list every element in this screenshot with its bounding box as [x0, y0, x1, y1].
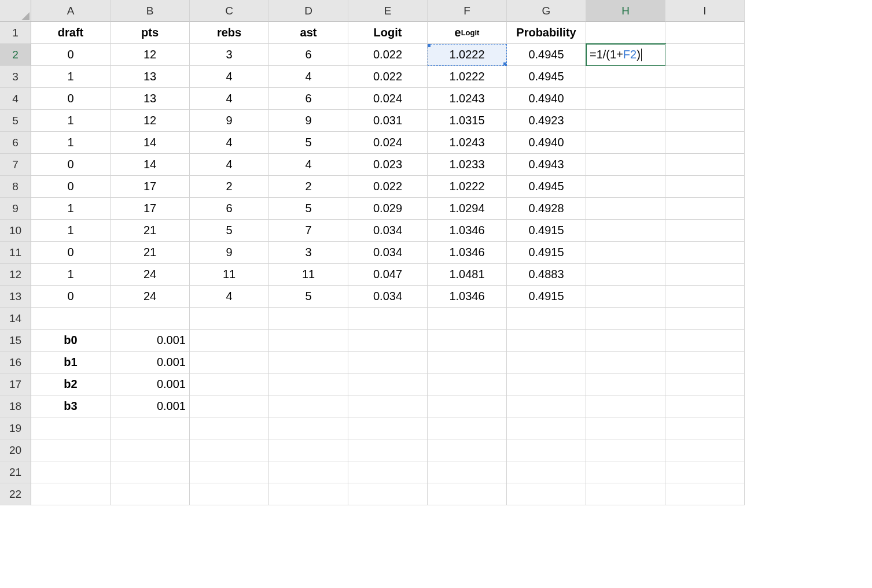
cell-F17[interactable] — [428, 373, 507, 395]
cell-I6[interactable] — [665, 132, 745, 154]
cell-H12[interactable] — [586, 264, 665, 286]
cell-F13[interactable]: 1.0346 — [428, 286, 507, 308]
cell-D12[interactable]: 11 — [269, 264, 348, 286]
cell-I15[interactable] — [665, 330, 745, 352]
cell-D14[interactable] — [269, 308, 348, 330]
cell-B21[interactable] — [111, 461, 190, 483]
cell-I8[interactable] — [665, 176, 745, 198]
cell-I16[interactable] — [665, 352, 745, 373]
cell-D10[interactable]: 7 — [269, 220, 348, 242]
cell-G5[interactable]: 0.4923 — [507, 110, 586, 132]
cell-B2[interactable]: 12 — [111, 44, 190, 66]
cell-I9[interactable] — [665, 198, 745, 220]
cell-D21[interactable] — [269, 461, 348, 483]
cell-A14[interactable] — [31, 308, 111, 330]
cell-I2[interactable] — [665, 44, 745, 66]
cell-E2[interactable]: 0.022 — [348, 44, 428, 66]
cell-B17[interactable]: 0.001 — [111, 373, 190, 395]
cell-H16[interactable] — [586, 352, 665, 373]
cell-A18[interactable]: b3 — [31, 395, 111, 417]
cell-H22[interactable] — [586, 483, 665, 505]
cell-G9[interactable]: 0.4928 — [507, 198, 586, 220]
cell-D9[interactable]: 5 — [269, 198, 348, 220]
cell-E7[interactable]: 0.023 — [348, 154, 428, 176]
col-header-B[interactable]: B — [111, 0, 190, 22]
cell-A6[interactable]: 1 — [31, 132, 111, 154]
cell-B7[interactable]: 14 — [111, 154, 190, 176]
cell-D18[interactable] — [269, 395, 348, 417]
cell-F11[interactable]: 1.0346 — [428, 242, 507, 264]
cell-H8[interactable] — [586, 176, 665, 198]
cell-A8[interactable]: 0 — [31, 176, 111, 198]
cell-I18[interactable] — [665, 395, 745, 417]
cell-E10[interactable]: 0.034 — [348, 220, 428, 242]
cell-D6[interactable]: 5 — [269, 132, 348, 154]
cell-G7[interactable]: 0.4943 — [507, 154, 586, 176]
cell-E11[interactable]: 0.034 — [348, 242, 428, 264]
cell-F12[interactable]: 1.0481 — [428, 264, 507, 286]
select-all-corner[interactable] — [0, 0, 31, 22]
cell-A16[interactable]: b1 — [31, 352, 111, 373]
cell-I17[interactable] — [665, 373, 745, 395]
cell-C19[interactable] — [190, 417, 269, 439]
cell-G22[interactable] — [507, 483, 586, 505]
cell-C7[interactable]: 4 — [190, 154, 269, 176]
cell-D16[interactable] — [269, 352, 348, 373]
cell-B8[interactable]: 17 — [111, 176, 190, 198]
col-header-D[interactable]: D — [269, 0, 348, 22]
cell-G12[interactable]: 0.4883 — [507, 264, 586, 286]
spreadsheet-grid[interactable]: ABCDEFGHI1draftptsrebsastLogiteLogitProb… — [0, 0, 872, 505]
cell-D2[interactable]: 6 — [269, 44, 348, 66]
cell-A11[interactable]: 0 — [31, 242, 111, 264]
cell-E19[interactable] — [348, 417, 428, 439]
cell-C18[interactable] — [190, 395, 269, 417]
cell-B11[interactable]: 21 — [111, 242, 190, 264]
cell-H14[interactable] — [586, 308, 665, 330]
cell-G6[interactable]: 0.4940 — [507, 132, 586, 154]
cell-G19[interactable] — [507, 417, 586, 439]
cell-F4[interactable]: 1.0243 — [428, 88, 507, 110]
cell-D17[interactable] — [269, 373, 348, 395]
row-header-16[interactable]: 16 — [0, 352, 31, 373]
cell-C3[interactable]: 4 — [190, 66, 269, 88]
cell-B12[interactable]: 24 — [111, 264, 190, 286]
row-header-17[interactable]: 17 — [0, 373, 31, 395]
row-header-8[interactable]: 8 — [0, 176, 31, 198]
cell-D8[interactable]: 2 — [269, 176, 348, 198]
row-header-4[interactable]: 4 — [0, 88, 31, 110]
cell-A21[interactable] — [31, 461, 111, 483]
cell-C21[interactable] — [190, 461, 269, 483]
cell-A19[interactable] — [31, 417, 111, 439]
cell-I19[interactable] — [665, 417, 745, 439]
cell-C2[interactable]: 3 — [190, 44, 269, 66]
cell-C20[interactable] — [190, 439, 269, 461]
cell-B19[interactable] — [111, 417, 190, 439]
row-header-10[interactable]: 10 — [0, 220, 31, 242]
cell-H7[interactable] — [586, 154, 665, 176]
row-header-22[interactable]: 22 — [0, 483, 31, 505]
cell-G10[interactable]: 0.4915 — [507, 220, 586, 242]
cell-A12[interactable]: 1 — [31, 264, 111, 286]
cell-B6[interactable]: 14 — [111, 132, 190, 154]
cell-H17[interactable] — [586, 373, 665, 395]
cell-I21[interactable] — [665, 461, 745, 483]
cell-H10[interactable] — [586, 220, 665, 242]
cell-F3[interactable]: 1.0222 — [428, 66, 507, 88]
col-header-C[interactable]: C — [190, 0, 269, 22]
cell-D5[interactable]: 9 — [269, 110, 348, 132]
cell-G21[interactable] — [507, 461, 586, 483]
cell-C10[interactable]: 5 — [190, 220, 269, 242]
row-header-13[interactable]: 13 — [0, 286, 31, 308]
row-header-1[interactable]: 1 — [0, 22, 31, 44]
cell-C5[interactable]: 9 — [190, 110, 269, 132]
cell-I7[interactable] — [665, 154, 745, 176]
cell-D20[interactable] — [269, 439, 348, 461]
cell-A2[interactable]: 0 — [31, 44, 111, 66]
cell-D13[interactable]: 5 — [269, 286, 348, 308]
cell-A9[interactable]: 1 — [31, 198, 111, 220]
cell-B4[interactable]: 13 — [111, 88, 190, 110]
cell-E3[interactable]: 0.022 — [348, 66, 428, 88]
cell-I1[interactable] — [665, 22, 745, 44]
cell-C12[interactable]: 11 — [190, 264, 269, 286]
cell-A15[interactable]: b0 — [31, 330, 111, 352]
